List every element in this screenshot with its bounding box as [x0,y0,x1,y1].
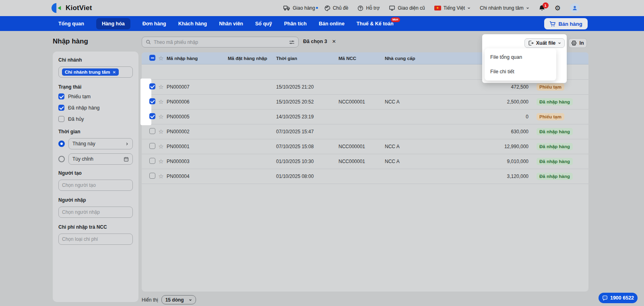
nav-tab[interactable]: Đơn hàng [142,21,166,27]
favorite-star-icon[interactable]: ☆ [155,98,167,105]
time-custom-radio[interactable] [58,156,65,162]
person-icon [572,5,578,11]
status-filter-option[interactable]: Đã nhập hàng [58,105,133,111]
row-checkbox[interactable] [149,98,155,104]
topbar-actions: Giao hàng Chủ đề Hỗ trợ Giao diện cũ [283,0,580,16]
amount-cell: 0 [463,114,528,120]
delivery-notification-dot [316,7,318,9]
nav-tab[interactable]: Tổng quan [58,21,84,27]
cart-icon [549,21,555,27]
amount-cell: 12,990,000 [463,144,528,149]
select-all-checkbox[interactable] [149,55,155,61]
favorite-star-icon[interactable]: ☆ [155,83,167,91]
sell-button[interactable]: Bán hàng [544,18,588,29]
support-hotline-button[interactable]: 1900 6522 [599,293,638,303]
table-row[interactable]: ☆ PN000002 07/10/2025 15:47 630,000 Đã n… [142,124,588,139]
purchase-orders-table: ☆ Mã nhập hàng Mã đặt hàng nhập Thời gia… [142,52,588,292]
favorite-star-icon[interactable]: ☆ [155,143,167,150]
clear-selection-button[interactable]: ✕ [332,39,336,44]
search-box[interactable] [142,37,299,48]
table-row[interactable]: ☆ PN000005 14/10/2025 23:19 0 Phiếu tạm [142,110,588,124]
notifications-button[interactable]: 1 [539,5,545,12]
nav-tab[interactable]: Khách hàng [178,21,207,27]
status-filter-options: Phiếu tạm Đã nhập hàng Đã hủy [58,93,133,122]
column-header[interactable]: Mã nhập hàng [167,56,228,61]
branch-selector[interactable]: Chi nhánh trung tâm [480,5,529,11]
favorite-star-icon[interactable]: ☆ [155,173,167,180]
user-avatar[interactable] [570,3,580,13]
import-code-cell: PN000002 [167,129,228,134]
favorite-star-icon[interactable]: ☆ [155,158,167,165]
settings-button[interactable]: ⚙ [555,5,561,12]
nav-tab[interactable]: Sổ quỹ [255,21,272,27]
importer-filter-label: Người nhập [58,197,133,203]
time-preset-button[interactable]: Tháng này [68,138,133,149]
page-title: Nhập hàng [53,37,88,45]
table-row[interactable]: ☆ PN000003 01/10/2025 10:30 NCC000001 NC… [142,154,588,169]
printer-icon [571,40,577,46]
kiotviet-logo[interactable]: KiotViet [52,0,92,16]
favorite-star-icon[interactable]: ☆ [155,113,167,120]
support-menu[interactable]: Hỗ trợ [357,5,380,11]
status-checkbox[interactable] [58,116,64,122]
import-code-cell: PN000004 [167,174,228,179]
time-custom-button[interactable]: Tùy chỉnh [68,153,133,165]
chevron-right-icon [125,142,129,146]
status-checkbox[interactable] [58,93,64,99]
search-input[interactable] [154,39,286,45]
column-header[interactable]: Nhà cung cấp [385,56,463,61]
supplier-cell: NCC A [385,99,463,105]
export-menu-item[interactable]: File chi tiết [485,64,556,79]
row-checkbox[interactable] [149,173,155,179]
favorite-star-icon[interactable]: ☆ [155,55,167,62]
old-ui-menu[interactable]: Giao diện cũ [389,5,425,11]
page-size-select[interactable]: 15 dòng [161,295,196,304]
selection-summary: Đã chọn 3 ✕ [303,39,336,44]
delivery-menu[interactable]: Giao hàng [283,5,315,11]
calendar-icon [124,157,129,162]
row-checkbox[interactable] [149,113,155,119]
nav-tab[interactable]: Thuế & Kế toánMới [357,21,394,27]
help-icon [357,5,363,11]
importer-filter-select[interactable]: Chọn người nhập [58,207,133,218]
branch-filter-select[interactable]: Chi nhánh trung tâm ✕ [58,66,133,78]
print-button[interactable]: In [568,38,587,48]
table-row[interactable]: ☆ PN000006 15/10/2025 20:52 NCC000001 NC… [142,95,588,110]
table-row[interactable]: ☆ PN000001 07/10/2025 15:08 NCC000001 NC… [142,139,588,154]
export-menu-item[interactable]: File tổng quan [485,50,556,64]
export-dropdown-menu: File tổng quan File chi tiết [485,48,556,81]
column-header[interactable]: Thời gian [276,56,339,61]
cost-filter-select[interactable]: Chọn loại chi phí [58,234,133,245]
column-header[interactable]: Mã đặt hàng nhập [228,56,276,61]
cost-filter-label: Chi phí nhập trả NCC [58,224,133,230]
remove-branch-chip-button[interactable]: ✕ [112,70,116,74]
column-header[interactable]: Mã NCC [339,56,385,61]
import-code-cell: PN000006 [167,99,228,105]
supplier-cell: NCC A [385,144,463,149]
row-checkbox[interactable] [149,128,155,134]
nav-tab[interactable]: Nhân viên [219,21,243,27]
time-preset-radio[interactable] [58,141,65,147]
vietnam-flag-icon: ★ [434,6,441,10]
row-checkbox[interactable] [149,83,155,89]
export-file-button[interactable]: Xuất file [524,38,565,48]
row-checkbox[interactable] [149,143,155,149]
status-checkbox[interactable] [58,105,64,111]
creator-filter-select[interactable]: Chọn người tạo [58,180,133,191]
status-filter-option[interactable]: Phiếu tạm [58,93,133,99]
nav-tab[interactable]: Phân tích [284,21,307,27]
status-filter-option[interactable]: Đã hủy [58,116,133,122]
hotline-number: 1900 6522 [610,295,634,301]
favorite-star-icon[interactable]: ☆ [155,128,167,135]
truck-icon [283,5,290,11]
kiotviet-logo-icon [52,2,63,14]
ncc-code-cell: NCC000001 [339,159,385,164]
nav-tab[interactable]: Hàng hóa [96,18,130,29]
row-checkbox[interactable] [149,158,155,164]
amount-cell: 3,120,000 [463,174,528,179]
theme-menu[interactable]: Chủ đề [324,5,349,11]
nav-tab[interactable]: Bán online [319,21,345,27]
language-selector[interactable]: ★ Tiếng Việt [434,5,471,11]
filter-sliders-icon[interactable] [289,40,295,45]
table-row[interactable]: ☆ PN000004 01/10/2025 08:00 3,120,000 Đã… [142,169,588,184]
